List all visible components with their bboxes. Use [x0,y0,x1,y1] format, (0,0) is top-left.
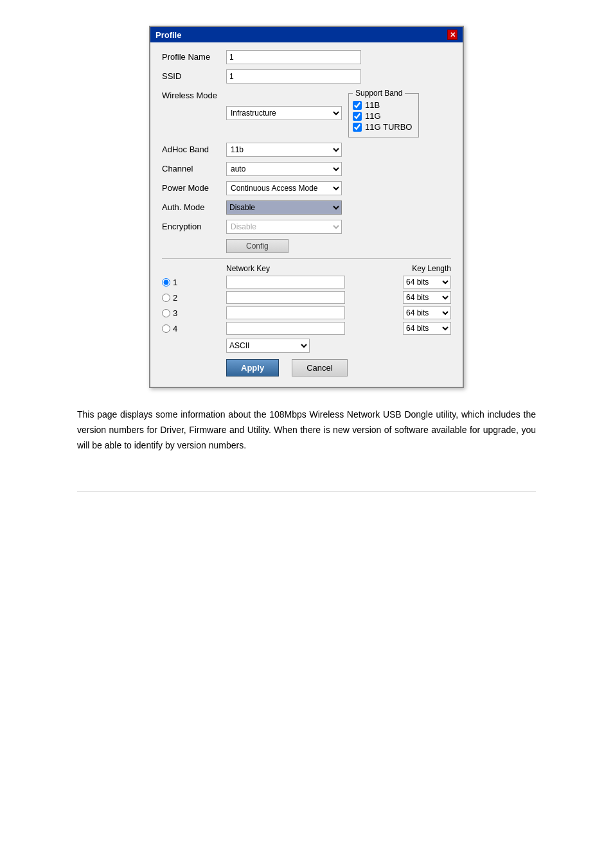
key-3-input[interactable] [226,306,345,319]
config-row: Config [162,239,451,253]
channel-row: Channel auto 123 [162,162,451,176]
dialog-body: Profile Name SSID Wireless Mode Infrastr… [150,42,463,387]
config-spacer [162,239,226,241]
key-1-label: 1 [162,278,226,287]
auth-mode-row: Auth. Mode Disable Open Shared WPA WPA-P… [162,200,451,215]
profile-dialog: Profile ✕ Profile Name SSID Wireless [149,26,464,388]
key-4-label: 4 [162,324,226,333]
key-length-header: Key Length [400,264,451,273]
config-button[interactable]: Config [226,239,289,253]
key-4-input[interactable] [226,322,345,335]
config-control: Config [226,239,451,253]
key-3-area: 64 bits 128 bits [226,306,451,319]
key-2-area: 64 bits 128 bits [226,291,451,304]
adhoc-band-label: AdHoc Band [162,143,226,154]
key-1-number: 1 [173,278,177,287]
profile-name-row: Profile Name [162,50,451,64]
wireless-mode-select[interactable]: Infrastructure Ad-hoc [226,106,342,120]
close-button[interactable]: ✕ [447,30,458,40]
wireless-mode-row: Wireless Mode Infrastructure Ad-hoc Supp… [162,89,451,137]
profile-name-label: Profile Name [162,50,226,62]
key-row-4: 4 64 bits 128 bits [162,322,451,335]
key-row-2: 2 64 bits 128 bits [162,291,451,304]
key-3-length-select[interactable]: 64 bits 128 bits [403,306,451,319]
ssid-row: SSID [162,69,451,84]
support-band-fieldset: Support Band 11B 11G 11G TURBO [348,89,419,137]
footer-divider [77,492,536,492]
adhoc-band-control: 11b 11g [226,143,451,157]
key-table-header: Network Key Key Length [162,264,451,273]
encryption-control: Disable WEP TKIP AES [226,220,451,234]
key-3-label: 3 [162,308,226,318]
band-11g-label: 11G [365,111,381,121]
encryption-label: Encryption [162,220,226,231]
key-row-1: 1 64 bits 128 bits [162,276,451,288]
dialog-titlebar: Profile ✕ [150,27,463,42]
support-band-legend: Support Band [353,89,405,98]
key-4-area: 64 bits 128 bits [226,322,451,335]
band-11b-checkbox[interactable] [353,101,362,110]
power-mode-row: Power Mode Continuous Access Mode Fast P… [162,181,451,195]
ssid-label: SSID [162,69,226,81]
key-1-radio[interactable] [162,278,170,287]
wireless-mode-label: Wireless Mode [162,89,226,100]
divider [162,258,451,259]
power-mode-control: Continuous Access Mode Fast Power Save M… [226,181,451,195]
auth-mode-label: Auth. Mode [162,200,226,212]
adhoc-band-row: AdHoc Band 11b 11g [162,143,451,157]
band-11b-item: 11B [353,100,412,110]
dialog-title: Profile [155,30,181,40]
band-11g-turbo-label: 11G TURBO [365,122,412,132]
profile-name-input[interactable] [226,50,361,64]
encryption-row: Encryption Disable WEP TKIP AES [162,220,451,234]
adhoc-band-select[interactable]: 11b 11g [226,143,342,157]
key-2-radio[interactable] [162,294,170,302]
power-mode-select[interactable]: Continuous Access Mode Fast Power Save M… [226,181,342,195]
power-mode-label: Power Mode [162,181,226,193]
channel-control: auto 123 [226,162,451,176]
band-11b-label: 11B [365,100,380,110]
network-key-header: Network Key [226,264,351,273]
apply-button[interactable]: Apply [226,359,279,376]
format-select[interactable]: ASCII Hex [226,339,310,353]
auth-mode-select[interactable]: Disable Open Shared WPA WPA-PSK [226,200,342,215]
description-text: This page displays some information abou… [77,407,536,453]
channel-select[interactable]: auto 123 [226,162,342,176]
profile-name-control [226,50,451,64]
encryption-select[interactable]: Disable WEP TKIP AES [226,220,342,234]
key-2-length-select[interactable]: 64 bits 128 bits [403,291,451,304]
band-11g-turbo-checkbox[interactable] [353,123,362,132]
key-1-input[interactable] [226,276,345,288]
key-1-length-select[interactable]: 64 bits 128 bits [403,276,451,288]
ssid-control [226,69,451,84]
key-4-length-select[interactable]: 64 bits 128 bits [403,322,451,335]
key-4-number: 4 [173,324,177,333]
key-3-number: 3 [173,308,177,318]
band-11g-item: 11G [353,111,412,121]
key-1-area: 64 bits 128 bits [226,276,451,288]
ssid-input[interactable] [226,69,361,84]
channel-label: Channel [162,162,226,173]
key-row-3: 3 64 bits 128 bits [162,306,451,319]
key-2-number: 2 [173,293,177,303]
auth-mode-control: Disable Open Shared WPA WPA-PSK [226,200,451,215]
key-2-label: 2 [162,293,226,303]
key-2-input[interactable] [226,291,345,304]
band-11g-turbo-item: 11G TURBO [353,122,412,132]
key-3-radio[interactable] [162,309,170,317]
format-row: ASCII Hex [162,339,451,353]
cancel-button[interactable]: Cancel [292,359,347,376]
wireless-mode-control: Infrastructure Ad-hoc Support Band 11B 1… [226,89,451,137]
key-4-radio[interactable] [162,324,170,333]
action-buttons: Apply Cancel [162,359,451,376]
band-11g-checkbox[interactable] [353,112,362,121]
